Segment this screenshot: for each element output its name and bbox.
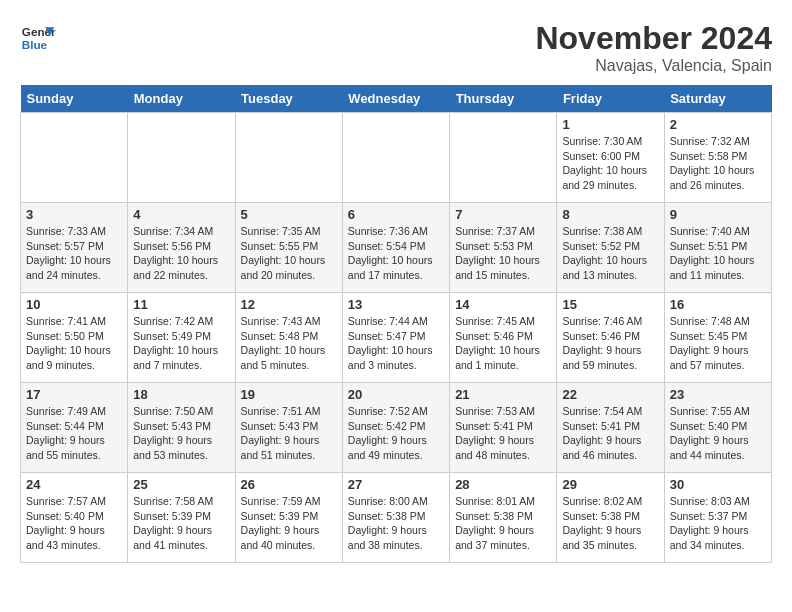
day-info: Sunrise: 7:58 AM Sunset: 5:39 PM Dayligh… — [133, 495, 213, 551]
day-info: Sunrise: 7:40 AM Sunset: 5:51 PM Dayligh… — [670, 225, 755, 281]
day-number: 4 — [133, 207, 229, 222]
day-number: 15 — [562, 297, 658, 312]
day-number: 30 — [670, 477, 766, 492]
day-number: 11 — [133, 297, 229, 312]
calendar-cell: 13Sunrise: 7:44 AM Sunset: 5:47 PM Dayli… — [342, 293, 449, 383]
day-number: 29 — [562, 477, 658, 492]
day-info: Sunrise: 7:48 AM Sunset: 5:45 PM Dayligh… — [670, 315, 750, 371]
day-info: Sunrise: 7:38 AM Sunset: 5:52 PM Dayligh… — [562, 225, 647, 281]
calendar-week-4: 17Sunrise: 7:49 AM Sunset: 5:44 PM Dayli… — [21, 383, 772, 473]
calendar-cell: 27Sunrise: 8:00 AM Sunset: 5:38 PM Dayli… — [342, 473, 449, 563]
day-info: Sunrise: 7:52 AM Sunset: 5:42 PM Dayligh… — [348, 405, 428, 461]
calendar-cell: 15Sunrise: 7:46 AM Sunset: 5:46 PM Dayli… — [557, 293, 664, 383]
day-number: 28 — [455, 477, 551, 492]
day-number: 16 — [670, 297, 766, 312]
day-info: Sunrise: 7:54 AM Sunset: 5:41 PM Dayligh… — [562, 405, 642, 461]
day-info: Sunrise: 7:37 AM Sunset: 5:53 PM Dayligh… — [455, 225, 540, 281]
calendar-table: SundayMondayTuesdayWednesdayThursdayFrid… — [20, 85, 772, 563]
day-number: 3 — [26, 207, 122, 222]
day-info: Sunrise: 7:51 AM Sunset: 5:43 PM Dayligh… — [241, 405, 321, 461]
calendar-cell: 25Sunrise: 7:58 AM Sunset: 5:39 PM Dayli… — [128, 473, 235, 563]
logo-icon: General Blue — [20, 20, 56, 56]
day-number: 23 — [670, 387, 766, 402]
calendar-cell: 19Sunrise: 7:51 AM Sunset: 5:43 PM Dayli… — [235, 383, 342, 473]
calendar-cell: 26Sunrise: 7:59 AM Sunset: 5:39 PM Dayli… — [235, 473, 342, 563]
calendar-body: 1Sunrise: 7:30 AM Sunset: 6:00 PM Daylig… — [21, 113, 772, 563]
calendar-cell: 29Sunrise: 8:02 AM Sunset: 5:38 PM Dayli… — [557, 473, 664, 563]
day-info: Sunrise: 7:57 AM Sunset: 5:40 PM Dayligh… — [26, 495, 106, 551]
day-number: 13 — [348, 297, 444, 312]
day-info: Sunrise: 7:55 AM Sunset: 5:40 PM Dayligh… — [670, 405, 750, 461]
day-info: Sunrise: 7:33 AM Sunset: 5:57 PM Dayligh… — [26, 225, 111, 281]
day-number: 14 — [455, 297, 551, 312]
day-info: Sunrise: 7:34 AM Sunset: 5:56 PM Dayligh… — [133, 225, 218, 281]
calendar-cell: 8Sunrise: 7:38 AM Sunset: 5:52 PM Daylig… — [557, 203, 664, 293]
calendar-cell: 24Sunrise: 7:57 AM Sunset: 5:40 PM Dayli… — [21, 473, 128, 563]
calendar-cell: 21Sunrise: 7:53 AM Sunset: 5:41 PM Dayli… — [450, 383, 557, 473]
day-info: Sunrise: 7:59 AM Sunset: 5:39 PM Dayligh… — [241, 495, 321, 551]
calendar-week-2: 3Sunrise: 7:33 AM Sunset: 5:57 PM Daylig… — [21, 203, 772, 293]
day-number: 10 — [26, 297, 122, 312]
day-info: Sunrise: 8:00 AM Sunset: 5:38 PM Dayligh… — [348, 495, 428, 551]
day-number: 1 — [562, 117, 658, 132]
day-number: 18 — [133, 387, 229, 402]
day-number: 22 — [562, 387, 658, 402]
calendar-cell — [21, 113, 128, 203]
day-header-tuesday: Tuesday — [235, 85, 342, 113]
calendar-week-1: 1Sunrise: 7:30 AM Sunset: 6:00 PM Daylig… — [21, 113, 772, 203]
day-number: 8 — [562, 207, 658, 222]
day-number: 21 — [455, 387, 551, 402]
day-info: Sunrise: 7:41 AM Sunset: 5:50 PM Dayligh… — [26, 315, 111, 371]
day-info: Sunrise: 7:50 AM Sunset: 5:43 PM Dayligh… — [133, 405, 213, 461]
calendar-cell: 1Sunrise: 7:30 AM Sunset: 6:00 PM Daylig… — [557, 113, 664, 203]
calendar-week-3: 10Sunrise: 7:41 AM Sunset: 5:50 PM Dayli… — [21, 293, 772, 383]
day-info: Sunrise: 7:46 AM Sunset: 5:46 PM Dayligh… — [562, 315, 642, 371]
calendar-cell: 10Sunrise: 7:41 AM Sunset: 5:50 PM Dayli… — [21, 293, 128, 383]
calendar-cell: 12Sunrise: 7:43 AM Sunset: 5:48 PM Dayli… — [235, 293, 342, 383]
calendar-cell: 28Sunrise: 8:01 AM Sunset: 5:38 PM Dayli… — [450, 473, 557, 563]
svg-text:Blue: Blue — [22, 38, 48, 51]
title-area: November 2024 Navajas, Valencia, Spain — [535, 20, 772, 75]
calendar-cell: 17Sunrise: 7:49 AM Sunset: 5:44 PM Dayli… — [21, 383, 128, 473]
calendar-cell: 20Sunrise: 7:52 AM Sunset: 5:42 PM Dayli… — [342, 383, 449, 473]
day-info: Sunrise: 8:02 AM Sunset: 5:38 PM Dayligh… — [562, 495, 642, 551]
calendar-cell: 23Sunrise: 7:55 AM Sunset: 5:40 PM Dayli… — [664, 383, 771, 473]
day-header-sunday: Sunday — [21, 85, 128, 113]
day-info: Sunrise: 8:03 AM Sunset: 5:37 PM Dayligh… — [670, 495, 750, 551]
day-info: Sunrise: 7:53 AM Sunset: 5:41 PM Dayligh… — [455, 405, 535, 461]
calendar-cell: 11Sunrise: 7:42 AM Sunset: 5:49 PM Dayli… — [128, 293, 235, 383]
day-header-thursday: Thursday — [450, 85, 557, 113]
logo: General Blue — [20, 20, 56, 56]
day-info: Sunrise: 7:45 AM Sunset: 5:46 PM Dayligh… — [455, 315, 540, 371]
day-info: Sunrise: 7:43 AM Sunset: 5:48 PM Dayligh… — [241, 315, 326, 371]
calendar-cell: 6Sunrise: 7:36 AM Sunset: 5:54 PM Daylig… — [342, 203, 449, 293]
day-number: 5 — [241, 207, 337, 222]
day-info: Sunrise: 7:44 AM Sunset: 5:47 PM Dayligh… — [348, 315, 433, 371]
day-header-saturday: Saturday — [664, 85, 771, 113]
calendar-cell — [342, 113, 449, 203]
calendar-cell: 3Sunrise: 7:33 AM Sunset: 5:57 PM Daylig… — [21, 203, 128, 293]
calendar-cell: 2Sunrise: 7:32 AM Sunset: 5:58 PM Daylig… — [664, 113, 771, 203]
day-header-wednesday: Wednesday — [342, 85, 449, 113]
calendar-cell: 22Sunrise: 7:54 AM Sunset: 5:41 PM Dayli… — [557, 383, 664, 473]
day-number: 24 — [26, 477, 122, 492]
calendar-cell — [450, 113, 557, 203]
day-number: 12 — [241, 297, 337, 312]
day-number: 19 — [241, 387, 337, 402]
day-number: 6 — [348, 207, 444, 222]
day-number: 25 — [133, 477, 229, 492]
calendar-cell: 16Sunrise: 7:48 AM Sunset: 5:45 PM Dayli… — [664, 293, 771, 383]
day-info: Sunrise: 7:32 AM Sunset: 5:58 PM Dayligh… — [670, 135, 755, 191]
day-number: 20 — [348, 387, 444, 402]
day-info: Sunrise: 8:01 AM Sunset: 5:38 PM Dayligh… — [455, 495, 535, 551]
calendar-cell — [235, 113, 342, 203]
day-header-friday: Friday — [557, 85, 664, 113]
calendar-cell: 30Sunrise: 8:03 AM Sunset: 5:37 PM Dayli… — [664, 473, 771, 563]
calendar-cell — [128, 113, 235, 203]
day-info: Sunrise: 7:30 AM Sunset: 6:00 PM Dayligh… — [562, 135, 647, 191]
day-info: Sunrise: 7:36 AM Sunset: 5:54 PM Dayligh… — [348, 225, 433, 281]
day-number: 26 — [241, 477, 337, 492]
calendar-header-row: SundayMondayTuesdayWednesdayThursdayFrid… — [21, 85, 772, 113]
day-number: 27 — [348, 477, 444, 492]
day-number: 17 — [26, 387, 122, 402]
